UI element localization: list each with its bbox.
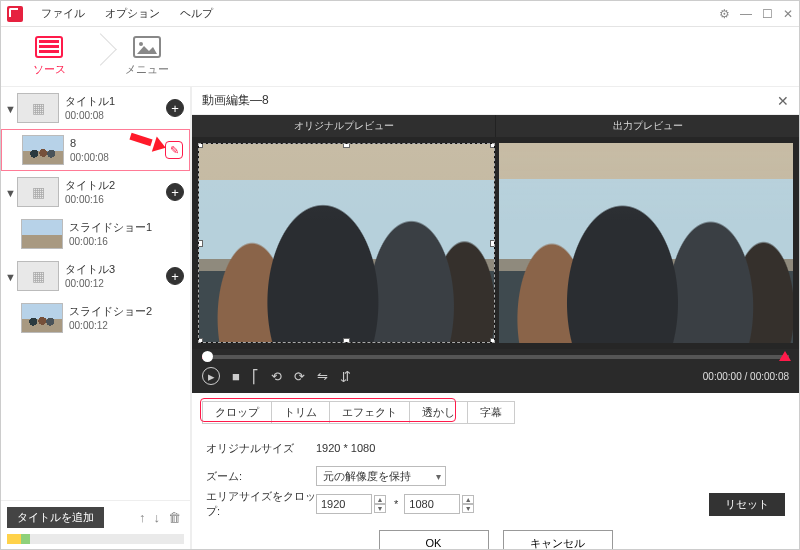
reset-button[interactable]: リセット [709, 493, 785, 516]
svg-rect-3 [39, 50, 59, 53]
play-button[interactable]: ▸ [202, 367, 220, 385]
title-name: タイトル3 [65, 262, 166, 276]
title-row[interactable]: ▼ ▦ タイトル3 00:00:12 + [1, 255, 190, 297]
title-name: タイトル1 [65, 94, 166, 108]
clip-name: スライドショー2 [69, 304, 184, 318]
clip-row[interactable]: スライドショー1 00:00:16 [1, 213, 190, 255]
delete-icon[interactable]: 🗑 [165, 510, 184, 525]
crop-form: オリジナルサイズ 1920 * 1080 ズーム: 元の解像度を保持 エリアサイ… [192, 430, 799, 518]
menu-file[interactable]: ファイル [31, 6, 95, 21]
title-time: 00:00:12 [65, 277, 166, 290]
cancel-button[interactable]: キャンセル [503, 530, 613, 550]
gear-icon[interactable]: ⚙ [719, 7, 730, 21]
add-clip-button[interactable]: + [166, 183, 184, 201]
add-clip-button[interactable]: + [166, 99, 184, 117]
clip-thumbnail [21, 303, 63, 333]
crop-height-input[interactable]: 1080 [404, 494, 460, 514]
clip-name: スライドショー1 [69, 220, 184, 234]
crop-handle[interactable] [198, 143, 203, 148]
crop-width-input[interactable]: 1920 [316, 494, 372, 514]
original-size-label: オリジナルサイズ [206, 441, 316, 456]
crop-star: * [394, 498, 398, 510]
crop-handle[interactable] [198, 240, 203, 247]
maximize-icon[interactable]: ☐ [762, 7, 773, 21]
crop-h-up[interactable]: ▲ [462, 495, 474, 504]
title-row[interactable]: ▼ ▦ タイトル2 00:00:16 + [1, 171, 190, 213]
title-name: タイトル2 [65, 178, 166, 192]
expand-icon[interactable]: ▼ [5, 187, 15, 197]
original-preview[interactable] [198, 143, 495, 343]
move-down-icon[interactable]: ↓ [151, 510, 164, 525]
timeline: ▸ ■ ⎡ ⟲ ⟳ ⇋ ⇵ 00:00:00 / 00:00:08 [192, 349, 799, 393]
top-nav: ソース メニュー [1, 27, 799, 87]
nav-separator [81, 34, 115, 80]
zoom-select[interactable]: 元の解像度を保持 [316, 466, 446, 486]
add-title-button[interactable]: タイトルを追加 [7, 507, 104, 528]
crop-handle[interactable] [490, 338, 495, 343]
thumbnail-placeholder-icon: ▦ [17, 261, 59, 291]
move-up-icon[interactable]: ↑ [136, 510, 149, 525]
crop-handle[interactable] [198, 338, 203, 343]
crop-handle[interactable] [343, 143, 350, 148]
close-icon[interactable]: ✕ [783, 7, 793, 21]
tab-effect[interactable]: エフェクト [329, 401, 410, 424]
menu-options[interactable]: オプション [95, 6, 170, 21]
flip-h-icon[interactable]: ⇋ [317, 369, 328, 384]
rotate-right-icon[interactable]: ⟳ [294, 369, 305, 384]
timeline-track[interactable] [202, 355, 789, 359]
crop-h-down[interactable]: ▼ [462, 504, 474, 513]
source-icon [35, 36, 63, 58]
menubar: ファイル オプション ヘルプ ⚙ — ☐ ✕ [1, 1, 799, 27]
tab-source[interactable]: ソース [17, 36, 81, 77]
clip-thumbnail [21, 219, 63, 249]
clip-time: 00:00:16 [69, 235, 184, 248]
thumbnail-placeholder-icon: ▦ [17, 93, 59, 123]
tab-trim[interactable]: トリム [271, 401, 330, 424]
playhead[interactable] [202, 351, 213, 362]
clip-row[interactable]: スライドショー2 00:00:12 [1, 297, 190, 339]
expand-icon[interactable]: ▼ [5, 103, 15, 113]
menu-icon [133, 36, 161, 58]
editor-tab-strip: クロップ トリム エフェクト 透かし 字幕 [192, 393, 799, 430]
ok-button[interactable]: OK [379, 530, 489, 550]
tab-source-label: ソース [33, 63, 66, 75]
capacity-bar [7, 534, 184, 544]
crop-handle[interactable] [490, 240, 495, 247]
sidebar: ▼ ▦ タイトル1 00:00:08 + 8 00:00:08 ✎ ▼ ▦ [1, 87, 191, 550]
crop-w-up[interactable]: ▲ [374, 495, 386, 504]
edit-clip-button[interactable]: ✎ [165, 141, 183, 159]
tab-menu[interactable]: メニュー [115, 36, 179, 77]
thumbnail-placeholder-icon: ▦ [17, 177, 59, 207]
stop-icon[interactable]: ■ [232, 369, 240, 384]
svg-rect-1 [39, 40, 59, 43]
crop-handle[interactable] [490, 143, 495, 148]
app-logo [7, 6, 23, 22]
clip-thumbnail [22, 135, 64, 165]
flip-v-icon[interactable]: ⇵ [340, 369, 351, 384]
title-time: 00:00:08 [65, 109, 166, 122]
time-display: 00:00:00 / 00:00:08 [703, 371, 789, 382]
add-clip-button[interactable]: + [166, 267, 184, 285]
output-preview [499, 143, 794, 343]
editor-close-icon[interactable]: ✕ [777, 93, 789, 109]
expand-icon[interactable]: ▼ [5, 271, 15, 281]
clip-name: 8 [70, 136, 165, 150]
tab-subtitle[interactable]: 字幕 [467, 401, 515, 424]
clip-time: 00:00:08 [70, 151, 165, 164]
trim-end-marker-icon[interactable] [779, 351, 791, 361]
title-row[interactable]: ▼ ▦ タイトル1 00:00:08 + [1, 87, 190, 129]
mark-in-icon[interactable]: ⎡ [252, 369, 259, 384]
rotate-left-icon[interactable]: ⟲ [271, 369, 282, 384]
tab-watermark[interactable]: 透かし [409, 401, 468, 424]
zoom-label: ズーム: [206, 469, 316, 484]
crop-w-down[interactable]: ▼ [374, 504, 386, 513]
title-time: 00:00:16 [65, 193, 166, 206]
clip-time: 00:00:12 [69, 319, 184, 332]
sidebar-footer: タイトルを追加 ↑ ↓ 🗑 [1, 500, 190, 550]
tab-crop[interactable]: クロップ [202, 401, 272, 424]
menu-help[interactable]: ヘルプ [170, 6, 223, 21]
crop-handle[interactable] [343, 338, 350, 343]
clip-row[interactable]: 8 00:00:08 ✎ [1, 129, 190, 171]
original-size-value: 1920 * 1080 [316, 442, 375, 454]
minimize-icon[interactable]: — [740, 7, 752, 21]
